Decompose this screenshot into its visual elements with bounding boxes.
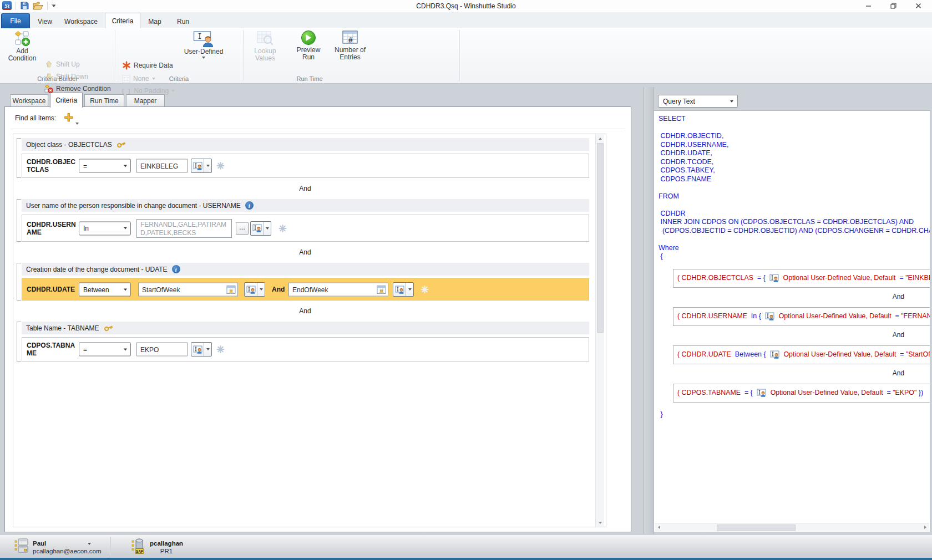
scroll-left-arrow[interactable] xyxy=(655,523,662,531)
info-icon[interactable]: i xyxy=(245,201,254,210)
close-button[interactable] xyxy=(906,0,931,12)
user-defined-icon xyxy=(770,350,779,359)
criteria-group: Creation date of the change document - U… xyxy=(17,263,589,301)
shift-up-button[interactable]: Shift Up xyxy=(44,59,80,70)
ribbon-tab-map[interactable]: Map xyxy=(141,15,168,28)
value-input[interactable]: FERNANDL,GALE,PATIRAMD,PATELK,BECKS xyxy=(136,219,232,238)
chevron-down-icon xyxy=(124,348,127,350)
no-padding-label: No Padding xyxy=(134,87,169,95)
operator-select[interactable]: = xyxy=(79,159,131,173)
user-defined-split-button[interactable] xyxy=(250,221,271,236)
chevron-down-icon[interactable] xyxy=(88,545,91,555)
user-defined-icon xyxy=(193,30,214,47)
user-defined-split-button[interactable] xyxy=(244,282,265,297)
chevron-down-icon xyxy=(124,227,127,230)
user-defined-icon xyxy=(251,224,263,232)
field-name-label: CDHDR.USERNAME xyxy=(27,221,78,236)
add-condition-button[interactable]: Add Condition xyxy=(7,30,38,62)
user-defined-split-button[interactable] xyxy=(191,159,212,173)
sql-line: CDHDR.OBJECTID, xyxy=(659,132,930,141)
vertical-scrollbar[interactable] xyxy=(595,134,604,527)
add-item-button[interactable] xyxy=(63,112,74,125)
number-of-entries-button[interactable]: # Number of Entries xyxy=(332,30,368,61)
sql-text: SELECT CDHDR.OBJECTID, CDHDR.USERNAME, C… xyxy=(654,111,930,523)
ribbon-tab-view[interactable]: View xyxy=(32,15,58,28)
sql-segment: "FERNANDL,GALE,PATIRAMD,PATELK,BECKS" xyxy=(901,312,930,321)
value-input[interactable]: StartOfWeek xyxy=(138,283,238,297)
info-icon[interactable]: i xyxy=(172,265,180,273)
condition-row: CDHDR.OBJECTCLAS=EINKBELEG xyxy=(22,154,589,178)
lookup-values-label: Lookup Values xyxy=(249,48,281,62)
criteria-group-title: Table Name - TABNAME xyxy=(26,324,99,332)
status-bar: Paul pcallaghan@aecon.com SAP pcallaghan… xyxy=(0,534,932,558)
sql-line: CDHDR.UDATE, xyxy=(659,149,930,158)
value-input[interactable]: EKPO xyxy=(136,343,188,357)
doc-tab-mapper[interactable]: Mapper xyxy=(126,94,165,108)
sql-and-operator: And xyxy=(659,331,930,339)
sql-line: FROM xyxy=(659,192,930,201)
calendar-icon[interactable] xyxy=(377,285,386,294)
chevron-down-icon[interactable] xyxy=(178,545,181,555)
operator-select[interactable]: Between xyxy=(79,283,131,297)
minimize-button[interactable] xyxy=(856,0,881,12)
group-divider xyxy=(243,30,244,81)
chevron-down-icon xyxy=(171,90,175,92)
calendar-icon[interactable] xyxy=(226,285,236,294)
sql-where-close: } xyxy=(659,410,930,419)
scrollbar-thumb[interactable] xyxy=(717,525,796,531)
window-controls xyxy=(856,0,931,12)
ribbon-tab-workspace[interactable]: Workspace xyxy=(59,15,103,28)
number-of-entries-label: Number of Entries xyxy=(332,47,368,61)
chevron-down-icon xyxy=(124,165,127,167)
sql-segment: = xyxy=(893,312,901,321)
require-data-button[interactable]: Require Data xyxy=(122,60,173,71)
ribbon-tab-file[interactable]: File xyxy=(1,13,30,28)
horizontal-scrollbar[interactable] xyxy=(655,523,929,531)
scroll-down-arrow[interactable] xyxy=(596,519,604,526)
chevron-down-icon xyxy=(204,343,211,356)
lookup-values-button[interactable]: Lookup Values xyxy=(249,30,281,62)
criteria-group-title: Object class - OBJECTCLAS xyxy=(26,141,112,149)
criteria-group: Table Name - TABNAMECDPOS.TABNAME=EKPO xyxy=(17,322,589,362)
panel-splitter[interactable] xyxy=(644,87,654,534)
query-view-selector[interactable]: Query Text xyxy=(658,95,738,108)
user-defined-icon xyxy=(769,274,779,282)
query-text-panel: SELECT CDHDR.OBJECTID, CDHDR.USERNAME, C… xyxy=(654,110,930,532)
scrollbar-thumb[interactable] xyxy=(597,143,604,333)
scroll-right-arrow[interactable] xyxy=(921,523,929,531)
window-title: CDHDR3.Qsq - Winshuttle Studio xyxy=(0,2,932,10)
doc-tab-workspace[interactable]: Workspace xyxy=(10,94,48,108)
scroll-up-arrow[interactable] xyxy=(596,135,604,142)
group-divider xyxy=(115,30,115,81)
user-defined-label: User-Defined xyxy=(184,48,224,55)
status-user-email: pcallaghan@aecon.com xyxy=(33,547,102,555)
doc-tab-criteria[interactable]: Criteria xyxy=(50,93,83,108)
sql-segment: ( CDHDR.USERNAME xyxy=(677,312,749,321)
sql-line xyxy=(659,201,930,210)
user-defined-split-button[interactable] xyxy=(393,282,414,297)
operator-select[interactable]: In xyxy=(79,221,131,235)
browse-button[interactable]: ... xyxy=(236,222,249,235)
preview-run-label: Preview Run xyxy=(293,47,324,61)
ribbon-tab-run[interactable]: Run xyxy=(170,15,196,28)
sql-line: CDPOS.TABKEY, xyxy=(659,166,930,175)
sql-line: Where xyxy=(659,244,930,253)
user-defined-split-button[interactable] xyxy=(191,342,212,357)
sql-line: (CDPOS.OBJECTID = CDHDR.OBJECTID) AND (C… xyxy=(659,227,930,236)
sql-condition-box: ( CDHDR.OBJECTCLAS = { Optional User-Def… xyxy=(673,269,930,288)
sap-connection-item[interactable]: SAP pcallaghan PR1 xyxy=(131,537,183,557)
user-defined-button[interactable]: User-Defined xyxy=(183,30,224,59)
sql-line: INNER JOIN CDPOS ON (CDPOS.OBJECTCLAS = … xyxy=(659,218,930,227)
sql-line xyxy=(659,235,930,244)
value-input[interactable]: EndOfWeek xyxy=(288,283,388,297)
require-data-indicator-icon xyxy=(278,224,287,232)
criteria-group-header: User name of the person responsible in c… xyxy=(22,199,589,212)
preview-run-button[interactable]: Preview Run xyxy=(293,30,324,61)
ribbon-tab-criteria[interactable]: Criteria xyxy=(105,13,140,28)
operator-select[interactable]: = xyxy=(79,343,131,357)
value-input[interactable]: EINKBELEG xyxy=(136,159,188,173)
doc-tab-run-time[interactable]: Run Time xyxy=(84,94,124,108)
restore-button[interactable] xyxy=(881,0,906,12)
sql-segment: = xyxy=(898,274,905,283)
ribbon-tab-strip: FileViewWorkspaceCriteriaMapRun xyxy=(0,12,932,28)
